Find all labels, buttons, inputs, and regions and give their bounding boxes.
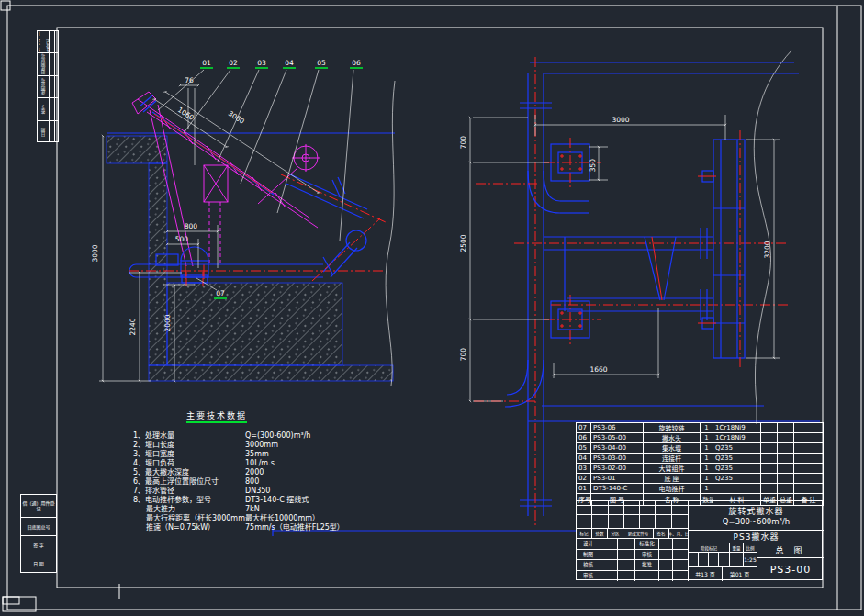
dim-3060: 3060 bbox=[227, 109, 246, 126]
dim-2500: 2500 bbox=[459, 234, 467, 252]
tech-item: 1、处理水量Q=(300-600)m³/h bbox=[133, 431, 399, 441]
elevation-view: 76 1060 3060 800 500 3000 2240 2000 01 bbox=[91, 59, 395, 386]
tech-item: 6、最高上浮位置限位尺寸800 bbox=[133, 477, 399, 487]
table-row: 02PS3-01底 座1Q235 bbox=[577, 474, 824, 484]
margin-row: 日 期 bbox=[21, 554, 56, 572]
dim-76: 76 bbox=[185, 76, 194, 84]
break-line-elevation bbox=[386, 81, 395, 386]
break-line-plan bbox=[754, 50, 791, 424]
margin-row: 日 期 bbox=[38, 121, 58, 143]
pages-total: 共13 页 bbox=[689, 567, 723, 581]
project-name-cell: PS3撇水器 bbox=[688, 531, 824, 543]
callout-07: 07 bbox=[216, 289, 225, 297]
table-row: 06PS3-05-00撇水头11Cr18Ni9 bbox=[577, 433, 824, 443]
technical-data-notes: 主要技术数据 1、处理水量Q=(300-600)m³/h 2、堰口长度3000m… bbox=[133, 411, 399, 532]
tech-item: 2、堰口长度3000mm bbox=[133, 441, 399, 450]
bom-table: 07PS3-06旋转铰链11Cr18Ni9 06PS3-05-00撇水头11Cr… bbox=[576, 422, 824, 506]
margin-row: 签 字 bbox=[38, 98, 58, 120]
top-left-margin-strip: 借（通）用件登记 旧底图总号 底图总号 签 字 日 期 bbox=[37, 30, 59, 142]
margin-row: 底图总号 bbox=[38, 76, 58, 98]
drawing-number-cell: PS3-00 bbox=[757, 558, 824, 581]
lower-bearing-box bbox=[544, 295, 601, 345]
dim-2000: 2000 bbox=[163, 314, 172, 331]
dim-700-top: 700 bbox=[459, 136, 467, 150]
callout-04: 04 bbox=[285, 59, 294, 67]
flow-rating: Q=300~600m³/h bbox=[723, 517, 790, 526]
tech-item: 推速（N=0.75kW）75mm/s（电动推杆FL25型） bbox=[133, 523, 399, 532]
table-row: 04PS3-03-00连接杆1Q235 bbox=[577, 454, 824, 464]
dim-1060: 1060 bbox=[176, 106, 196, 122]
margin-row: 旧底图总号 bbox=[38, 53, 58, 75]
stage-scale-zone: 阶段标记 重量 比例 1:25 共13 页 第01 页 bbox=[688, 543, 757, 581]
sheet-name-cell: 总 图 bbox=[757, 543, 824, 558]
cad-drawing-page: 76 1060 3060 800 500 3000 2240 2000 01 bbox=[0, 0, 864, 616]
revision-blank-grid bbox=[577, 501, 688, 529]
tech-item: 4、堰口负荷10L/m.s bbox=[133, 459, 399, 468]
page-number: 第01 页 bbox=[723, 567, 757, 581]
tech-item: 最大行程距离（杆长3000mm最大杆长10000mm） bbox=[133, 514, 399, 523]
callout-02: 02 bbox=[229, 59, 238, 67]
dim-700-bottom: 700 bbox=[459, 348, 467, 362]
table-row: 01DT3-140-C电动推杆1 bbox=[577, 484, 824, 494]
bottom-left-margin-block: 借（通）用件登记 旧底图总号 签 字 日 期 bbox=[20, 494, 57, 573]
drawing-title-cell: 旋转式撇水器 Q=300~600m³/h bbox=[688, 501, 824, 531]
signature-grid: 设计标准化 制图审核 校核批准 审核 bbox=[577, 539, 688, 581]
revision-header-row: 标记 处数 分区 更改文件号 签名 年、月、日 bbox=[577, 529, 688, 539]
tech-item: 7、排水管径DN350 bbox=[133, 487, 399, 496]
dim-500: 500 bbox=[175, 235, 189, 243]
tech-item: 3、堰口宽度35mm bbox=[133, 450, 399, 459]
margin-row: 借（通）用件登记 bbox=[38, 31, 58, 53]
margin-row: 旧底图总号 bbox=[21, 518, 56, 536]
tech-item: 最大推力7kN bbox=[133, 505, 399, 514]
callout-06: 06 bbox=[352, 59, 361, 67]
elevation-structure bbox=[107, 81, 395, 386]
dim-2240: 2240 bbox=[129, 318, 137, 335]
tech-notes-title: 主要技术数据 bbox=[186, 411, 247, 423]
dim-3000-elev: 3000 bbox=[91, 244, 99, 262]
corner-mark-bottom-left-inner bbox=[3, 597, 19, 604]
dim-1660: 1660 bbox=[589, 365, 607, 374]
tech-item: 5、最大撇水深度2000 bbox=[133, 468, 399, 477]
dim-350: 350 bbox=[589, 159, 597, 173]
table-row: 07PS3-06旋转铰链11Cr18Ni9 bbox=[577, 423, 824, 433]
margin-row: 签 字 bbox=[21, 536, 56, 554]
page-title: 旋转式撇水器 bbox=[728, 505, 783, 517]
dim-3200: 3200 bbox=[763, 241, 771, 258]
callout-05: 05 bbox=[317, 59, 326, 67]
callout-01: 01 bbox=[202, 59, 211, 67]
table-row: 05PS3-04-00集水堰1Q235 bbox=[577, 443, 824, 454]
tech-item: 8、电动推杆参数，型号DT3-140-C 摆线式 bbox=[133, 496, 399, 505]
margin-row: 借（通）用件登记 bbox=[21, 495, 56, 518]
table-row: 03PS3-02-00大臂组件1Q235 bbox=[577, 464, 824, 474]
title-block: 标记 处数 分区 更改文件号 签名 年、月、日 设计标准化 制图审核 校核批准 … bbox=[576, 500, 823, 580]
dim-3000-plan: 3000 bbox=[612, 116, 629, 124]
scale-value: 1:25 bbox=[744, 553, 757, 567]
callout-03: 03 bbox=[257, 59, 266, 67]
dim-800: 800 bbox=[185, 222, 198, 230]
